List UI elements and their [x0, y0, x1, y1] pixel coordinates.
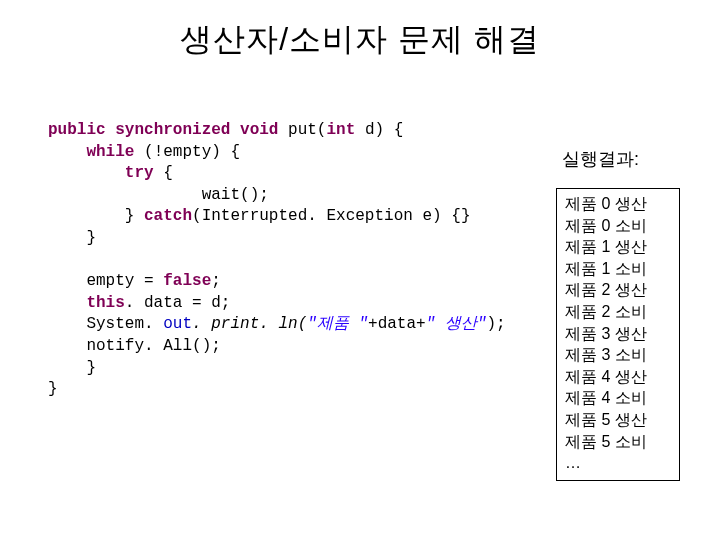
- code-text: wait();: [202, 186, 269, 204]
- kw-int: int: [326, 121, 355, 139]
- kw-void: void: [240, 121, 278, 139]
- kw-public: public: [48, 121, 106, 139]
- code-text: }: [48, 380, 58, 398]
- kw-false: false: [163, 272, 211, 290]
- code-text: {: [154, 164, 173, 182]
- result-line: 제품 3 소비: [565, 344, 671, 366]
- code-text: }: [125, 207, 144, 225]
- result-line: 제품 4 생산: [565, 366, 671, 388]
- kw-this: this: [86, 294, 124, 312]
- result-line: 제품 0 소비: [565, 215, 671, 237]
- code-text: }: [86, 359, 96, 377]
- kw-synchronized: synchronized: [115, 121, 230, 139]
- result-line: 제품 1 생산: [565, 236, 671, 258]
- code-text: . data = d;: [125, 294, 231, 312]
- result-line: 제품 3 생산: [565, 323, 671, 345]
- code-text: ;: [211, 272, 221, 290]
- kw-try: try: [125, 164, 154, 182]
- result-line: 제품 2 생산: [565, 279, 671, 301]
- str-lit: "제품 ": [307, 315, 368, 333]
- result-box: 제품 0 생산 제품 0 소비 제품 1 생산 제품 1 소비 제품 2 생산 …: [556, 188, 680, 481]
- code-text: (Interrupted. Exception e) {}: [192, 207, 470, 225]
- code-text: put(: [278, 121, 326, 139]
- fld-out: out: [163, 315, 192, 333]
- result-line: 제품 4 소비: [565, 387, 671, 409]
- code-text: }: [86, 229, 96, 247]
- kw-while: while: [86, 143, 134, 161]
- code-text: );: [486, 315, 505, 333]
- code-text: (!empty) {: [134, 143, 240, 161]
- code-text: empty =: [86, 272, 163, 290]
- result-line: 제품 2 소비: [565, 301, 671, 323]
- result-line: 제품 1 소비: [565, 258, 671, 280]
- kw-catch: catch: [144, 207, 192, 225]
- result-line: 제품 0 생산: [565, 193, 671, 215]
- str-lit: " 생산": [426, 315, 487, 333]
- page-title: 생산자/소비자 문제 해결: [0, 0, 720, 62]
- result-line: …: [565, 452, 671, 474]
- code-text: +data+: [368, 315, 426, 333]
- result-label: 실행결과:: [562, 147, 639, 171]
- code-text: System.: [86, 315, 163, 333]
- mth-println: . print. ln(: [192, 315, 307, 333]
- code-text: d) {: [355, 121, 403, 139]
- code-text: notify. All();: [86, 337, 220, 355]
- result-line: 제품 5 소비: [565, 431, 671, 453]
- result-line: 제품 5 생산: [565, 409, 671, 431]
